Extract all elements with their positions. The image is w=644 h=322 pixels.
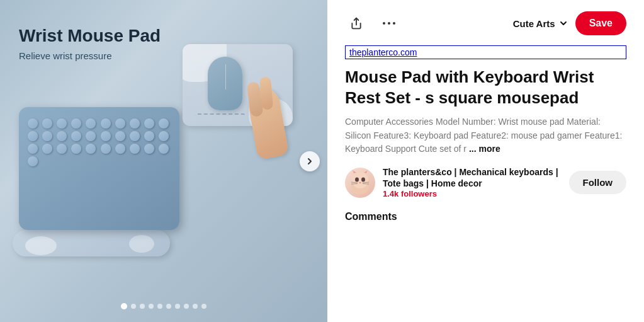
- key: [101, 131, 111, 141]
- key: [57, 131, 67, 141]
- board-name: Cute Arts: [513, 18, 555, 29]
- dot-6[interactable]: [166, 304, 171, 309]
- image-title: Wrist Mouse Pad: [19, 25, 161, 47]
- dot-5[interactable]: [157, 304, 162, 309]
- profile-text: The planters&co | Mechanical keyboards |…: [383, 166, 569, 198]
- svg-point-11: [361, 177, 365, 181]
- key: [144, 131, 154, 141]
- key: [144, 144, 154, 154]
- key: [159, 118, 169, 129]
- source-link[interactable]: theplanterco.com: [345, 45, 626, 59]
- toolbar-right: Cute Arts Save: [513, 11, 626, 35]
- key: [144, 118, 154, 129]
- key: [71, 144, 81, 154]
- wavy-line: [195, 113, 246, 118]
- comments-section: Comments: [345, 211, 626, 222]
- svg-line-14: [351, 183, 358, 184]
- product-description: Computer Accessories Model Number: Wrist…: [345, 115, 626, 156]
- dots-pagination: [121, 303, 206, 309]
- profile-name: The planters&co | Mechanical keyboards |…: [383, 166, 569, 189]
- avatar[interactable]: [345, 168, 375, 198]
- svg-point-1: [383, 22, 385, 25]
- svg-point-12: [359, 182, 361, 183]
- toolbar: Cute Arts Save: [345, 11, 626, 35]
- key: [28, 144, 38, 154]
- key: [130, 118, 140, 129]
- image-subtitle: Relieve wrist pressure: [19, 50, 161, 61]
- keyboard-wrist-rest: [13, 230, 170, 256]
- svg-line-16: [363, 183, 369, 184]
- key: [42, 144, 52, 154]
- left-panel: Wrist Mouse Pad Relieve wrist pressure: [0, 0, 327, 322]
- product-title: Mouse Pad with Keyboard Wrist Rest Set -…: [345, 67, 626, 108]
- key: [115, 118, 125, 129]
- finger2: [259, 76, 273, 110]
- image-title-overlay: Wrist Mouse Pad Relieve wrist pressure: [19, 25, 161, 61]
- dot-9[interactable]: [193, 304, 198, 309]
- key: [86, 131, 96, 141]
- dot-8[interactable]: [184, 304, 189, 309]
- key: [101, 144, 111, 154]
- key: [159, 131, 169, 141]
- dot-4[interactable]: [149, 304, 154, 309]
- keyboard-keys-grid: [19, 107, 179, 173]
- right-panel: Cute Arts Save theplanterco.com Mouse Pa…: [327, 0, 644, 322]
- key: [42, 131, 52, 141]
- key: [57, 118, 67, 129]
- key: [86, 144, 96, 154]
- key: [71, 118, 81, 129]
- more-options-button[interactable]: [378, 12, 400, 35]
- profile-info: The planters&co | Mechanical keyboards |…: [345, 166, 569, 198]
- board-selector[interactable]: Cute Arts: [513, 18, 568, 29]
- toolbar-left: [345, 12, 400, 35]
- next-arrow-button[interactable]: [300, 151, 320, 171]
- wr-decor2: [129, 235, 154, 253]
- follow-button[interactable]: Follow: [569, 171, 627, 194]
- mousepad-area: [176, 44, 296, 183]
- dot-7[interactable]: [175, 304, 180, 309]
- more-link[interactable]: ... more: [469, 144, 500, 154]
- key: [71, 131, 81, 141]
- wr-decor1: [25, 236, 57, 255]
- key: [115, 144, 125, 154]
- svg-point-3: [393, 22, 395, 25]
- dot-3[interactable]: [140, 304, 145, 309]
- key: [28, 156, 38, 166]
- key: [130, 131, 140, 141]
- hand: [246, 82, 296, 164]
- dot-1[interactable]: [121, 303, 127, 309]
- keyboard-body: [19, 107, 179, 230]
- dot-2[interactable]: [131, 304, 136, 309]
- svg-point-5: [352, 172, 368, 188]
- svg-point-2: [388, 22, 390, 25]
- save-button[interactable]: Save: [575, 11, 626, 35]
- key: [86, 118, 96, 129]
- keyboard-illustration: [13, 76, 189, 252]
- key: [159, 144, 169, 154]
- key: [130, 144, 140, 154]
- comments-heading: Comments: [345, 211, 626, 222]
- svg-point-10: [355, 177, 359, 181]
- share-button[interactable]: [345, 12, 368, 35]
- profile-followers: 1.4k followers: [383, 189, 569, 198]
- profile-section: The planters&co | Mechanical keyboards |…: [345, 166, 626, 198]
- key: [28, 118, 38, 129]
- key: [42, 118, 52, 129]
- key: [115, 131, 125, 141]
- dot-10[interactable]: [201, 304, 206, 309]
- key: [101, 118, 111, 129]
- mouse-divider: [225, 64, 226, 89]
- mouse-shape: [208, 57, 242, 110]
- key: [28, 131, 38, 141]
- key: [57, 144, 67, 154]
